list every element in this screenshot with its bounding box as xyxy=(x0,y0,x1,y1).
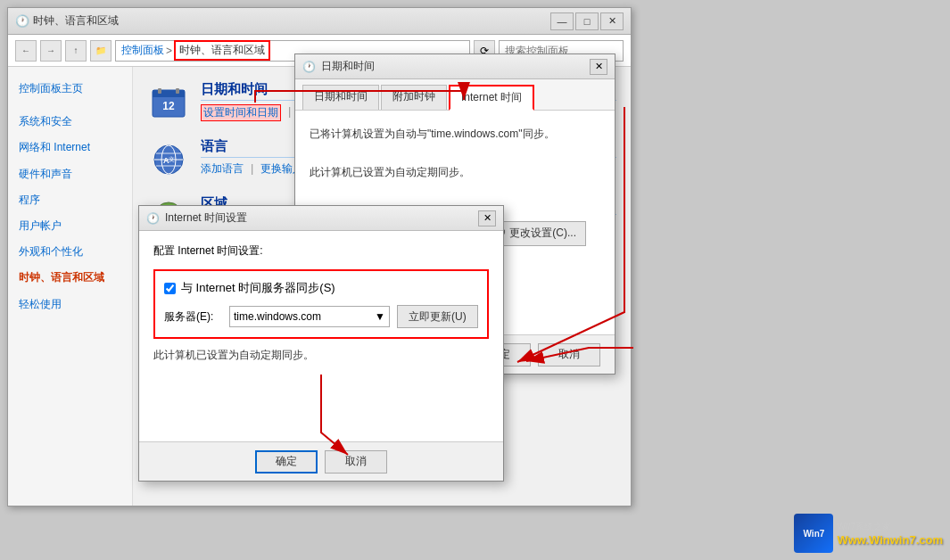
server-row: 服务器(E): time.windows.com ▼ 立即更新(U) xyxy=(164,305,478,328)
sync-checkbox[interactable] xyxy=(164,283,176,294)
sidebar: 控制面板主页 系统和安全 网络和 Internet 硬件和声音 程序 用户帐户 … xyxy=(8,67,133,506)
back-button[interactable]: ← xyxy=(15,40,37,62)
datetime-cancel-button[interactable]: 取消 xyxy=(538,343,600,366)
svg-rect-2 xyxy=(158,88,161,94)
internet-dialog-body: 配置 Internet 时间设置: 与 Internet 时间服务器同步(S) … xyxy=(139,231,503,375)
tab-additional-clocks[interactable]: 附加时钟 xyxy=(381,85,447,110)
internet-dialog-title-left: 🕐 Internet 时间设置 xyxy=(146,210,247,226)
internet-dialog-close[interactable]: ✕ xyxy=(478,210,496,226)
watermark-text-container: W//7系统之家 Www.Winwin7.com xyxy=(837,521,943,547)
window-title-icon: 🕐 xyxy=(15,14,29,28)
language-icon: A 文 xyxy=(147,138,190,181)
svg-text:文: 文 xyxy=(169,156,175,162)
tab-datetime[interactable]: 日期和时间 xyxy=(302,85,379,110)
update-now-button[interactable]: 立即更新(U) xyxy=(397,305,478,328)
up-button[interactable]: ↑ xyxy=(65,40,87,62)
breadcrumb: 控制面板 > 时钟、语言和区域 xyxy=(121,40,270,61)
language-globe-icon: A 文 xyxy=(151,142,186,177)
sidebar-item-programs[interactable]: 程序 xyxy=(8,187,132,213)
svg-rect-3 xyxy=(176,88,179,94)
internet-dialog-icon: 🕐 xyxy=(146,212,160,225)
datetime-dialog-close[interactable]: ✕ xyxy=(590,59,607,75)
svg-rect-1 xyxy=(153,90,185,97)
server-value: time.windows.com xyxy=(234,310,321,323)
title-bar-left: 🕐 时钟、语言和区域 xyxy=(15,13,119,29)
sync-checkbox-label: 与 Internet 时间服务器同步(S) xyxy=(181,280,335,296)
sidebar-item-network[interactable]: 网络和 Internet xyxy=(8,135,132,161)
svg-text:12: 12 xyxy=(162,100,175,112)
checkbox-row: 与 Internet 时间服务器同步(S) xyxy=(164,280,478,296)
internet-dialog-subtitle: 配置 Internet 时间设置: xyxy=(153,243,489,259)
maximize-button[interactable]: □ xyxy=(575,12,599,30)
datetime-dialog-title-left: 🕐 日期和时间 xyxy=(302,59,375,74)
folder-button[interactable]: 📁 xyxy=(90,40,112,62)
sidebar-item-system[interactable]: 系统和安全 xyxy=(8,109,132,135)
forward-button[interactable]: → xyxy=(40,40,62,62)
sidebar-item-home[interactable]: 控制面板主页 xyxy=(8,76,132,102)
watermark-logo-text: Win7 xyxy=(804,529,825,539)
main-title-bar: 🕐 时钟、语言和区域 — □ ✕ xyxy=(8,8,631,35)
tab-internet-time[interactable]: Internet 时间 xyxy=(449,85,534,111)
watermark-label: W//7系统之家 xyxy=(837,521,943,533)
window-title: 时钟、语言和区域 xyxy=(33,13,119,29)
watermark-logo: Win7 xyxy=(794,514,833,553)
breadcrumb-current: 时钟、语言和区域 xyxy=(174,40,270,61)
title-controls: — □ ✕ xyxy=(550,12,624,30)
close-button[interactable]: ✕ xyxy=(600,12,624,30)
datetime-icon: 12 xyxy=(147,81,190,124)
internet-dialog-title: Internet 时间设置 xyxy=(165,210,247,226)
sidebar-item-accounts[interactable]: 用户帐户 xyxy=(8,213,132,239)
sidebar-item-hardware[interactable]: 硬件和声音 xyxy=(8,161,132,187)
server-label: 服务器(E): xyxy=(164,309,222,325)
watermark: Win7 W//7系统之家 Www.Winwin7.com xyxy=(794,514,943,553)
dropdown-arrow-icon: ▼ xyxy=(375,310,385,323)
internet-ok-button[interactable]: 确定 xyxy=(255,450,318,474)
clock-icon: 12 xyxy=(151,85,186,120)
datetime-dialog-titlebar: 🕐 日期和时间 ✕ xyxy=(295,54,615,79)
datetime-dialog-icon: 🕐 xyxy=(302,61,316,73)
change-settings-label: 更改设置(C)... xyxy=(509,226,576,241)
watermark-site: Www.Winwin7.com xyxy=(837,533,943,547)
server-dropdown[interactable]: time.windows.com ▼ xyxy=(229,306,390,327)
datetime-sync-description: 已将计算机设置为自动与"time.windows.com"同步。 xyxy=(310,125,600,144)
internet-sync-note: 此计算机已设置为自动定期同步。 xyxy=(153,348,489,363)
internet-dialog-titlebar: 🕐 Internet 时间设置 ✕ xyxy=(139,206,503,231)
datetime-auto-sync-note: 此计算机已设置为自动定期同步。 xyxy=(310,163,600,183)
internet-cancel-button[interactable]: 取消 xyxy=(325,450,387,474)
sidebar-item-clock[interactable]: 时钟、语言和区域 xyxy=(8,265,132,291)
internet-time-dialog: 🕐 Internet 时间设置 ✕ 配置 Internet 时间设置: 与 In… xyxy=(138,205,504,482)
breadcrumb-sep1: > xyxy=(166,45,172,57)
breadcrumb-controlpanel[interactable]: 控制面板 xyxy=(121,43,164,58)
sidebar-item-ease[interactable]: 轻松使用 xyxy=(8,292,132,317)
sidebar-item-appearance[interactable]: 外观和个性化 xyxy=(8,239,132,265)
link-add-language[interactable]: 添加语言 xyxy=(201,161,244,177)
minimize-button[interactable]: — xyxy=(550,12,574,30)
datetime-dialog-tabs: 日期和时间 附加时钟 Internet 时间 xyxy=(295,79,615,111)
datetime-dialog-title: 日期和时间 xyxy=(321,59,375,74)
link-set-datetime[interactable]: 设置时间和日期 xyxy=(201,104,281,121)
sync-section: 与 Internet 时间服务器同步(S) 服务器(E): time.windo… xyxy=(153,269,489,339)
internet-dialog-footer: 确定 取消 xyxy=(139,441,503,481)
